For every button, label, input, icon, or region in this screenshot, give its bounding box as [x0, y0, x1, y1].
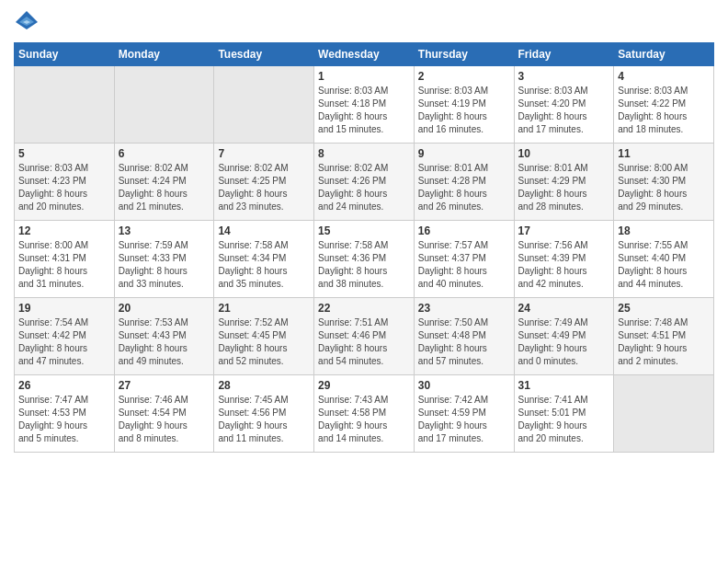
day-info: Sunrise: 8:03 AM Sunset: 4:18 PM Dayligh…: [318, 85, 410, 136]
day-number: 23: [418, 302, 510, 315]
day-info: Sunrise: 7:58 AM Sunset: 4:36 PM Dayligh…: [318, 239, 410, 291]
day-number: 15: [318, 224, 410, 237]
calendar-cell: 17Sunrise: 7:56 AM Sunset: 4:39 PM Dayli…: [514, 221, 614, 298]
calendar-cell: 8Sunrise: 8:02 AM Sunset: 4:26 PM Daylig…: [314, 144, 415, 221]
day-number: 24: [518, 302, 610, 315]
calendar-cell: 9Sunrise: 8:01 AM Sunset: 4:28 PM Daylig…: [414, 144, 514, 221]
day-number: 26: [18, 379, 110, 392]
calendar-table: SundayMondayTuesdayWednesdayThursdayFrid…: [14, 42, 714, 453]
weekday-header: Monday: [114, 43, 214, 66]
day-number: 11: [618, 147, 710, 160]
weekday-header: Tuesday: [214, 43, 314, 66]
day-info: Sunrise: 8:03 AM Sunset: 4:23 PM Dayligh…: [18, 162, 110, 213]
calendar-header: SundayMondayTuesdayWednesdayThursdayFrid…: [15, 43, 714, 66]
calendar-cell: 1Sunrise: 8:03 AM Sunset: 4:18 PM Daylig…: [314, 66, 415, 144]
calendar-cell: [114, 66, 214, 144]
day-info: Sunrise: 8:00 AM Sunset: 4:30 PM Dayligh…: [618, 162, 710, 213]
day-info: Sunrise: 7:53 AM Sunset: 4:43 PM Dayligh…: [119, 316, 210, 368]
day-info: Sunrise: 7:48 AM Sunset: 4:51 PM Dayligh…: [618, 316, 710, 368]
calendar-cell: 16Sunrise: 7:57 AM Sunset: 4:37 PM Dayli…: [414, 221, 514, 298]
calendar-cell: 10Sunrise: 8:01 AM Sunset: 4:29 PM Dayli…: [514, 144, 614, 221]
weekday-header: Saturday: [614, 43, 714, 66]
day-number: 18: [618, 224, 710, 237]
calendar-cell: 22Sunrise: 7:51 AM Sunset: 4:46 PM Dayli…: [314, 298, 415, 375]
day-number: 16: [418, 224, 510, 237]
day-info: Sunrise: 7:50 AM Sunset: 4:48 PM Dayligh…: [418, 316, 510, 368]
day-info: Sunrise: 8:01 AM Sunset: 4:29 PM Dayligh…: [518, 162, 610, 213]
calendar-cell: 11Sunrise: 8:00 AM Sunset: 4:30 PM Dayli…: [614, 144, 714, 221]
calendar-cell: 21Sunrise: 7:52 AM Sunset: 4:45 PM Dayli…: [214, 298, 314, 375]
day-number: 4: [618, 70, 710, 83]
day-number: 17: [518, 224, 610, 237]
day-info: Sunrise: 7:52 AM Sunset: 4:45 PM Dayligh…: [218, 316, 310, 368]
calendar-week: 26Sunrise: 7:47 AM Sunset: 4:53 PM Dayli…: [15, 375, 714, 453]
day-info: Sunrise: 7:43 AM Sunset: 4:58 PM Dayligh…: [318, 394, 410, 445]
calendar-cell: 6Sunrise: 8:02 AM Sunset: 4:24 PM Daylig…: [114, 144, 214, 221]
day-number: 7: [218, 147, 310, 160]
day-info: Sunrise: 7:51 AM Sunset: 4:46 PM Dayligh…: [318, 316, 410, 368]
day-number: 30: [418, 379, 510, 392]
calendar-cell: 5Sunrise: 8:03 AM Sunset: 4:23 PM Daylig…: [15, 144, 115, 221]
day-number: 25: [618, 302, 710, 315]
weekday-header: Thursday: [414, 43, 514, 66]
day-info: Sunrise: 7:46 AM Sunset: 4:54 PM Dayligh…: [119, 394, 210, 445]
calendar-cell: [614, 375, 714, 453]
day-number: 20: [119, 302, 210, 315]
day-info: Sunrise: 7:45 AM Sunset: 4:56 PM Dayligh…: [218, 394, 310, 445]
calendar-cell: 24Sunrise: 7:49 AM Sunset: 4:49 PM Dayli…: [514, 298, 614, 375]
calendar-cell: 3Sunrise: 8:03 AM Sunset: 4:20 PM Daylig…: [514, 66, 614, 144]
calendar-cell: 15Sunrise: 7:58 AM Sunset: 4:36 PM Dayli…: [314, 221, 415, 298]
day-number: 19: [18, 302, 110, 315]
calendar-week: 5Sunrise: 8:03 AM Sunset: 4:23 PM Daylig…: [15, 144, 714, 221]
calendar-cell: 29Sunrise: 7:43 AM Sunset: 4:58 PM Dayli…: [314, 375, 415, 453]
weekday-header: Sunday: [15, 43, 115, 66]
day-number: 6: [119, 147, 210, 160]
day-info: Sunrise: 7:42 AM Sunset: 4:59 PM Dayligh…: [418, 394, 510, 445]
calendar-cell: 18Sunrise: 7:55 AM Sunset: 4:40 PM Dayli…: [614, 221, 714, 298]
calendar-cell: 14Sunrise: 7:58 AM Sunset: 4:34 PM Dayli…: [214, 221, 314, 298]
day-info: Sunrise: 8:02 AM Sunset: 4:24 PM Dayligh…: [119, 162, 210, 213]
day-number: 2: [418, 70, 510, 83]
day-info: Sunrise: 7:47 AM Sunset: 4:53 PM Dayligh…: [18, 394, 110, 445]
calendar-cell: 12Sunrise: 8:00 AM Sunset: 4:31 PM Dayli…: [15, 221, 115, 298]
day-number: 21: [218, 302, 310, 315]
day-info: Sunrise: 8:03 AM Sunset: 4:22 PM Dayligh…: [618, 85, 710, 136]
logo: [14, 9, 43, 35]
weekday-header: Wednesday: [314, 43, 415, 66]
calendar-cell: [15, 66, 115, 144]
calendar-cell: 26Sunrise: 7:47 AM Sunset: 4:53 PM Dayli…: [15, 375, 115, 453]
day-info: Sunrise: 8:01 AM Sunset: 4:28 PM Dayligh…: [418, 162, 510, 213]
calendar-cell: [214, 66, 314, 144]
day-number: 31: [518, 379, 610, 392]
calendar-body: 1Sunrise: 8:03 AM Sunset: 4:18 PM Daylig…: [15, 66, 714, 453]
day-number: 28: [218, 379, 310, 392]
calendar-week: 1Sunrise: 8:03 AM Sunset: 4:18 PM Daylig…: [15, 66, 714, 144]
day-number: 3: [518, 70, 610, 83]
calendar-cell: 7Sunrise: 8:02 AM Sunset: 4:25 PM Daylig…: [214, 144, 314, 221]
day-info: Sunrise: 8:03 AM Sunset: 4:20 PM Dayligh…: [518, 85, 610, 136]
day-number: 1: [318, 70, 410, 83]
day-info: Sunrise: 7:56 AM Sunset: 4:39 PM Dayligh…: [518, 239, 610, 291]
calendar-cell: 30Sunrise: 7:42 AM Sunset: 4:59 PM Dayli…: [414, 375, 514, 453]
calendar-cell: 25Sunrise: 7:48 AM Sunset: 4:51 PM Dayli…: [614, 298, 714, 375]
calendar-cell: 20Sunrise: 7:53 AM Sunset: 4:43 PM Dayli…: [114, 298, 214, 375]
calendar-cell: 31Sunrise: 7:41 AM Sunset: 5:01 PM Dayli…: [514, 375, 614, 453]
day-info: Sunrise: 7:58 AM Sunset: 4:34 PM Dayligh…: [218, 239, 310, 291]
day-number: 8: [318, 147, 410, 160]
day-number: 13: [119, 224, 210, 237]
day-number: 27: [119, 379, 210, 392]
calendar-cell: 23Sunrise: 7:50 AM Sunset: 4:48 PM Dayli…: [414, 298, 514, 375]
day-info: Sunrise: 7:57 AM Sunset: 4:37 PM Dayligh…: [418, 239, 510, 291]
calendar-week: 12Sunrise: 8:00 AM Sunset: 4:31 PM Dayli…: [15, 221, 714, 298]
calendar-cell: 2Sunrise: 8:03 AM Sunset: 4:19 PM Daylig…: [414, 66, 514, 144]
logo-icon: [14, 9, 40, 35]
calendar-cell: 28Sunrise: 7:45 AM Sunset: 4:56 PM Dayli…: [214, 375, 314, 453]
day-info: Sunrise: 8:00 AM Sunset: 4:31 PM Dayligh…: [18, 239, 110, 291]
weekday-row: SundayMondayTuesdayWednesdayThursdayFrid…: [15, 43, 714, 66]
day-number: 29: [318, 379, 410, 392]
day-number: 10: [518, 147, 610, 160]
day-info: Sunrise: 8:02 AM Sunset: 4:26 PM Dayligh…: [318, 162, 410, 213]
day-info: Sunrise: 7:55 AM Sunset: 4:40 PM Dayligh…: [618, 239, 710, 291]
weekday-header: Friday: [514, 43, 614, 66]
day-info: Sunrise: 7:41 AM Sunset: 5:01 PM Dayligh…: [518, 394, 610, 445]
